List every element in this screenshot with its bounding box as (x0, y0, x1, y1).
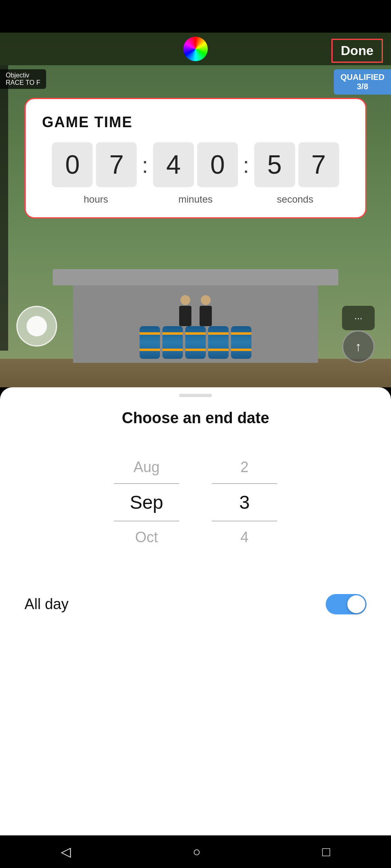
characters (179, 306, 212, 326)
timer-labels: hours minutes seconds (42, 194, 349, 205)
month-current[interactable]: Sep (114, 483, 179, 521)
character-1-head (180, 295, 190, 305)
timer-colon-1: : (140, 152, 150, 178)
barrel-4 (208, 326, 229, 359)
character-1 (179, 306, 191, 326)
day-current[interactable]: 3 (212, 483, 277, 521)
status-bar (0, 0, 391, 33)
date-picker[interactable]: Aug Sep Oct 2 3 4 (0, 451, 391, 553)
fortress-top (53, 269, 338, 285)
game-background: Done Objectiv RACE TO F QUALIFIED 3/8 GA… (0, 33, 391, 387)
game-scene: ··· ↑ (0, 249, 391, 387)
done-button[interactable]: Done (331, 39, 383, 63)
objective-line2: RACE TO F (6, 79, 40, 86)
bottom-sheet: Choose an end date Aug Sep Oct 2 3 4 All… (0, 387, 391, 835)
toggle-thumb (347, 595, 365, 613)
sheet-title: Choose an end date (0, 409, 391, 427)
up-button[interactable]: ↑ (342, 330, 375, 363)
character-2 (200, 306, 212, 326)
recents-nav-icon[interactable]: □ (322, 844, 330, 859)
joystick[interactable] (16, 306, 57, 347)
objective-line1: Objectiv (6, 72, 40, 79)
color-wheel-icon (183, 37, 208, 61)
day-column[interactable]: 2 3 4 (212, 451, 277, 553)
qualified-label: QUALIFIED (340, 73, 384, 82)
all-day-row: All day (0, 578, 391, 631)
barrels (140, 326, 251, 359)
barrel-2 (162, 326, 183, 359)
nav-bar: ◁ ○ □ (0, 835, 391, 868)
barrel-1 (140, 326, 160, 359)
ground (0, 359, 391, 387)
up-arrow-icon: ↑ (355, 339, 362, 354)
barrel-3 (185, 326, 206, 359)
hours-label: hours (46, 194, 146, 205)
timer-digit-s1[interactable]: 5 (254, 142, 295, 187)
minutes-label: minutes (146, 194, 245, 205)
qualified-count: 3/8 (340, 82, 384, 91)
objective-badge: Objectiv RACE TO F (0, 69, 46, 89)
timer-display: 0 7 : 4 0 : 5 7 (42, 142, 349, 187)
sheet-handle (179, 394, 212, 397)
month-prev[interactable]: Aug (114, 451, 179, 483)
barrel-5 (231, 326, 251, 359)
timer-digit-h2[interactable]: 7 (96, 142, 137, 187)
day-prev[interactable]: 2 (212, 451, 277, 483)
qualified-badge: QUALIFIED 3/8 (334, 69, 391, 95)
month-next[interactable]: Oct (114, 521, 179, 553)
joystick-inner (27, 316, 47, 336)
timer-colon-2: : (241, 152, 251, 178)
day-next[interactable]: 4 (212, 521, 277, 553)
timer-digit-m1[interactable]: 4 (153, 142, 194, 187)
month-column[interactable]: Aug Sep Oct (114, 451, 179, 553)
timer-digit-s2[interactable]: 7 (298, 142, 339, 187)
timer-digit-m2[interactable]: 0 (197, 142, 238, 187)
chat-dots-icon: ··· (354, 312, 362, 324)
chat-button[interactable]: ··· (342, 306, 375, 330)
home-nav-icon[interactable]: ○ (193, 844, 200, 859)
back-nav-icon[interactable]: ◁ (61, 844, 71, 859)
timer-digit-h1[interactable]: 0 (52, 142, 93, 187)
game-top-bar: Done (0, 33, 391, 65)
character-2-head (201, 295, 211, 305)
game-time-card: GAME TIME 0 7 : 4 0 : 5 7 hours minutes … (24, 98, 367, 219)
game-time-title: GAME TIME (42, 114, 349, 131)
all-day-label: All day (24, 596, 69, 613)
all-day-toggle[interactable] (326, 594, 367, 614)
seconds-label: seconds (245, 194, 345, 205)
